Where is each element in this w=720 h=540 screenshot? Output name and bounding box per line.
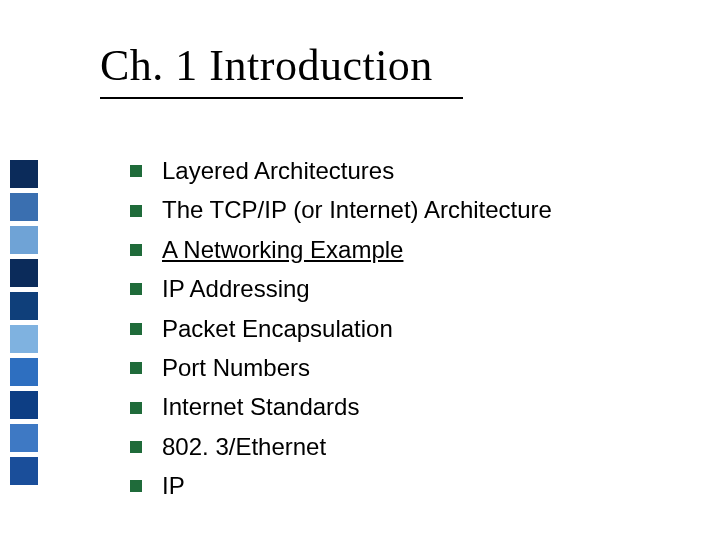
square-bullet-icon [130, 480, 142, 492]
list-item[interactable]: A Networking Example [130, 234, 670, 266]
list-item: The TCP/IP (or Internet) Architecture [130, 194, 670, 226]
deco-square [10, 424, 38, 452]
square-bullet-icon [130, 165, 142, 177]
list-item: IP Addressing [130, 273, 670, 305]
deco-square [10, 160, 38, 188]
list-item-label: The TCP/IP (or Internet) Architecture [162, 194, 552, 226]
list-item-label: Internet Standards [162, 391, 359, 423]
deco-square [10, 193, 38, 221]
list-item-label: IP [162, 470, 185, 502]
list-item-label: A Networking Example [162, 234, 403, 266]
deco-square [10, 259, 38, 287]
list-item-label: Port Numbers [162, 352, 310, 384]
square-bullet-icon [130, 283, 142, 295]
square-bullet-icon [130, 402, 142, 414]
deco-square [10, 325, 38, 353]
list-item-label: 802. 3/Ethernet [162, 431, 326, 463]
square-bullet-icon [130, 441, 142, 453]
square-bullet-icon [130, 205, 142, 217]
list-item: Packet Encapsulation [130, 313, 670, 345]
list-item: 802. 3/Ethernet [130, 431, 670, 463]
list-item: Port Numbers [130, 352, 670, 384]
slide: Ch. 1 Introduction Layered Architectures… [0, 0, 720, 540]
deco-square [10, 391, 38, 419]
slide-title: Ch. 1 Introduction [100, 40, 463, 99]
side-decoration [0, 155, 50, 490]
list-item-label: IP Addressing [162, 273, 310, 305]
deco-square [10, 358, 38, 386]
deco-square [10, 292, 38, 320]
list-item: IP [130, 470, 670, 502]
bullet-list: Layered ArchitecturesThe TCP/IP (or Inte… [130, 155, 670, 510]
deco-square [10, 457, 38, 485]
list-item: Internet Standards [130, 391, 670, 423]
list-item: Layered Architectures [130, 155, 670, 187]
list-item-label: Layered Architectures [162, 155, 394, 187]
deco-square [10, 226, 38, 254]
list-item-label: Packet Encapsulation [162, 313, 393, 345]
square-bullet-icon [130, 362, 142, 374]
square-bullet-icon [130, 323, 142, 335]
square-bullet-icon [130, 244, 142, 256]
